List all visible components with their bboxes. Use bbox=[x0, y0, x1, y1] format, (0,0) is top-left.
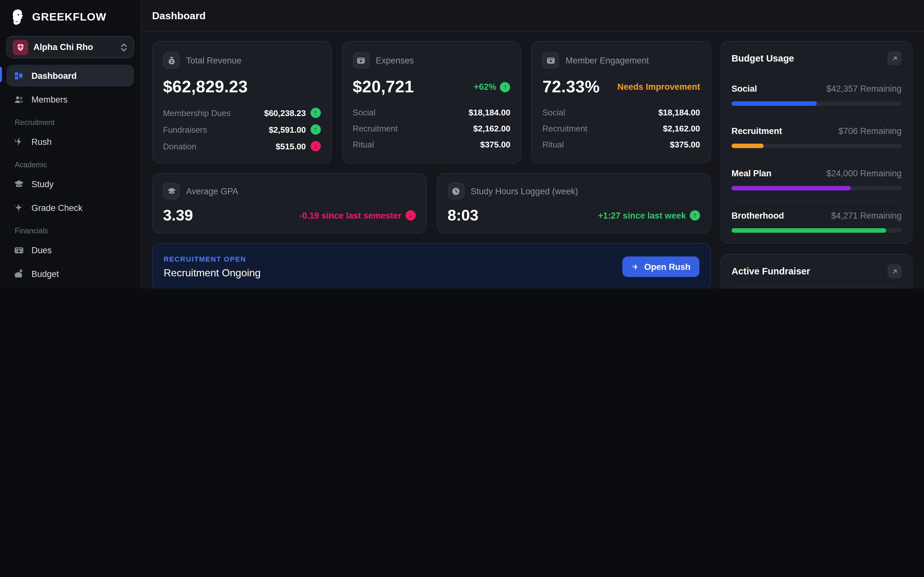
chapter-selector[interactable]: Alpha Chi Rho bbox=[6, 36, 134, 58]
stat-breakdown-row: Membership Dues $60,238.23 bbox=[163, 108, 320, 118]
sidebar-section-recruitment: Recruitment bbox=[15, 119, 126, 126]
stat-title: Expenses bbox=[376, 55, 414, 65]
budget-item: Meal Plan $24,000 Remaining bbox=[732, 159, 901, 201]
stat-value: $20,721 bbox=[352, 77, 414, 97]
brand-name: GREEKFLOW bbox=[32, 11, 107, 24]
stat-value: 72.33% bbox=[543, 77, 600, 97]
study-hours-card: Study Hours Logged (week) 8:03 +1:27 sin… bbox=[437, 173, 711, 234]
expenses-card: Expenses $20,721 +62% Social $18,184.00 bbox=[342, 41, 521, 163]
piggy-bank-icon bbox=[13, 268, 24, 279]
page-title: Dashboard bbox=[152, 10, 206, 21]
arrow-up-circle-icon bbox=[310, 108, 320, 118]
stat-breakdown-row: Social $18,184.00 bbox=[543, 108, 700, 117]
progress-fill bbox=[732, 143, 764, 148]
members-icon bbox=[13, 94, 24, 105]
sidebar-item-dues[interactable]: Dues bbox=[6, 239, 134, 261]
arrow-up-circle-icon bbox=[690, 210, 700, 221]
stat-breakdown-row: Ritual $375.00 bbox=[543, 140, 700, 149]
stat-breakdown-row: Recruitment $2,162.00 bbox=[543, 124, 700, 133]
stat-breakdown-row: Social $18,184.00 bbox=[352, 108, 510, 117]
progress-track bbox=[732, 228, 901, 233]
budget-item: Brotherhood $4,271 Remaining bbox=[732, 201, 901, 243]
stat-value: 3.39 bbox=[163, 206, 193, 224]
svg-text:$: $ bbox=[170, 59, 173, 63]
progress-track bbox=[732, 101, 901, 106]
arrow-up-circle-icon bbox=[310, 124, 320, 135]
budget-item: Social $42,357 Remaining bbox=[732, 74, 901, 117]
recruitment-banner: RECRUITMENT OPEN Recruitment Ongoing Ope… bbox=[152, 243, 711, 288]
panel-title: Budget Usage bbox=[732, 53, 794, 63]
active-fundraiser-panel: Active Fundraiser Car Wash $2,591 / $4,0… bbox=[720, 254, 913, 288]
chevron-up-down-icon bbox=[120, 43, 128, 52]
arrow-down-circle-icon bbox=[310, 141, 320, 151]
open-rush-button[interactable]: Open Rush bbox=[622, 256, 699, 277]
budget-usage-panel: Budget Usage Social $42,357 Remaining bbox=[720, 41, 913, 243]
app-window: GREEKFLOW Alpha Chi Rho bbox=[0, 0, 924, 288]
clock-icon bbox=[447, 183, 464, 199]
sidebar-item-rush[interactable]: Rush bbox=[6, 131, 134, 153]
progress-fill bbox=[732, 186, 851, 190]
total-revenue-card: $ Total Revenue $62,829.23 Membership Du… bbox=[152, 41, 331, 163]
progress-track bbox=[732, 143, 901, 148]
stat-delta: +1:27 since last week bbox=[598, 210, 700, 221]
money-bag-icon: $ bbox=[163, 52, 180, 69]
sidebar-item-label: Dues bbox=[31, 245, 52, 255]
sidebar-item-budget[interactable]: Budget bbox=[6, 263, 134, 285]
sidebar-section-academic: Academic bbox=[15, 161, 126, 169]
external-link-icon[interactable] bbox=[887, 51, 901, 65]
dashboard-icon bbox=[13, 71, 24, 81]
sidebar-item-grade-check[interactable]: Grade Check bbox=[6, 197, 134, 219]
stat-value: $62,829.23 bbox=[163, 77, 248, 97]
member-engagement-card: Member Engagement 72.33% Needs Improveme… bbox=[531, 41, 711, 163]
arrow-up-circle-icon bbox=[500, 82, 510, 92]
topbar: Dashboard bbox=[141, 0, 924, 32]
external-link-icon[interactable] bbox=[887, 264, 901, 278]
stat-title: Average GPA bbox=[186, 186, 238, 196]
stat-title: Study Hours Logged (week) bbox=[471, 186, 578, 196]
average-gpa-card: Average GPA 3.39 -0.19 since last semest… bbox=[152, 173, 426, 234]
greekflow-statue-icon bbox=[9, 8, 27, 26]
stat-breakdown-row: Recruitment $2,162.00 bbox=[352, 124, 510, 133]
banknote-icon bbox=[13, 245, 24, 255]
panel-title: Active Fundraiser bbox=[732, 266, 810, 276]
sidebar-item-dashboard[interactable]: Dashboard bbox=[6, 65, 134, 87]
arrow-down-circle-icon bbox=[405, 210, 415, 221]
brand-logo: GREEKFLOW bbox=[0, 0, 141, 32]
stat-breakdown-row: Fundraisers $2,591.00 bbox=[163, 124, 320, 135]
sidebar-item-study[interactable]: Study bbox=[6, 173, 134, 195]
sparkle-star-icon bbox=[13, 203, 24, 213]
banknote-icon bbox=[543, 52, 559, 69]
stat-breakdown-row: Ritual $375.00 bbox=[352, 140, 510, 149]
progress-fill bbox=[732, 101, 817, 106]
main-area: Dashboard $ bbox=[141, 0, 924, 288]
banner-title: Recruitment Ongoing bbox=[164, 267, 622, 279]
sidebar-item-label: Study bbox=[31, 179, 53, 189]
mini-stats-row: Average GPA 3.39 -0.19 since last semest… bbox=[152, 173, 711, 234]
banknote-icon bbox=[352, 52, 369, 69]
progress-fill bbox=[732, 228, 886, 233]
bolt-icon bbox=[632, 263, 640, 271]
chapter-crest-icon bbox=[13, 39, 28, 55]
graduation-cap-icon bbox=[13, 179, 24, 189]
sidebar-item-label: Budget bbox=[31, 269, 59, 279]
stats-row: $ Total Revenue $62,829.23 Membership Du… bbox=[152, 41, 711, 163]
sidebar-item-members[interactable]: Members bbox=[6, 89, 134, 110]
stat-breakdown-row: Donation $515.00 bbox=[163, 141, 320, 151]
status-badge: Needs Improvement bbox=[617, 82, 700, 92]
sidebar-item-label: Members bbox=[31, 95, 68, 104]
main-column: $ Total Revenue $62,829.23 Membership Du… bbox=[152, 41, 711, 288]
sidebar-item-label: Dashboard bbox=[31, 71, 77, 81]
stat-title: Total Revenue bbox=[186, 55, 242, 65]
banner-eyebrow: RECRUITMENT OPEN bbox=[164, 255, 622, 263]
sidebar-nav: Dashboard Members Recruitment bbox=[0, 65, 141, 287]
sidebar-item-label: Grade Check bbox=[31, 203, 82, 213]
progress-track bbox=[732, 186, 901, 190]
sidebar: GREEKFLOW Alpha Chi Rho bbox=[0, 0, 141, 288]
stat-value: 8:03 bbox=[447, 206, 478, 224]
right-column: Budget Usage Social $42,357 Remaining bbox=[720, 41, 913, 288]
stat-title: Member Engagement bbox=[565, 55, 649, 65]
stat-delta: +62% bbox=[474, 82, 510, 92]
active-nav-indicator bbox=[0, 67, 2, 82]
rush-bolt-icon bbox=[13, 137, 24, 147]
stat-delta: -0.19 since last semester bbox=[299, 210, 415, 221]
